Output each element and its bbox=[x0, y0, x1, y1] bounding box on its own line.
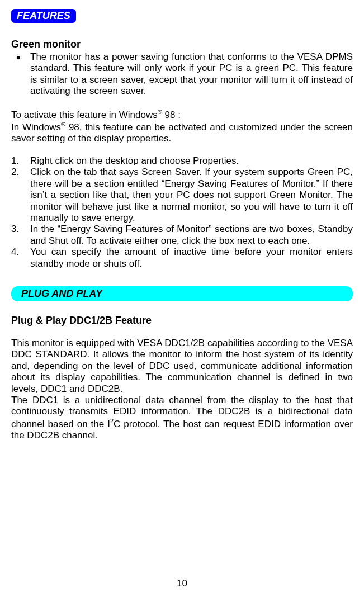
in-windows-pre: In Windows bbox=[11, 121, 61, 132]
list-number: 1. bbox=[11, 155, 30, 167]
page: FEATURES Green monitor The monitor has a… bbox=[0, 0, 364, 596]
green-monitor-heading: Green monitor bbox=[11, 39, 353, 50]
activate-line: To activate this feature in Windows® 98 … bbox=[11, 108, 353, 121]
page-number: 10 bbox=[0, 578, 364, 589]
bullet-icon bbox=[17, 56, 20, 59]
steps-list: 1. Right click on the desktop and choose… bbox=[11, 155, 353, 269]
list-item: 2. Click on the tab that says Screen Sav… bbox=[11, 167, 353, 224]
registered-mark-icon: ® bbox=[61, 121, 65, 127]
list-item: 3. In the “Energy Saving Features of Mon… bbox=[11, 224, 353, 247]
list-text: Right click on the desktop and choose Pr… bbox=[30, 155, 353, 167]
plug-play-heading: Plug & Play DDC1/2B Feature bbox=[11, 315, 353, 327]
list-number: 3. bbox=[11, 224, 30, 235]
plug-play-paragraph-1: This monitor is equipped with VESA DDC1/… bbox=[11, 338, 353, 395]
activate-line-post: 98 : bbox=[162, 109, 181, 120]
list-text: Click on the tab that says Screen Saver.… bbox=[30, 167, 353, 224]
list-text: You can specify the amount of inactive t… bbox=[30, 247, 353, 269]
green-monitor-bullet: The monitor has a power saving function … bbox=[11, 51, 353, 97]
list-item: 4. You can specify the amount of inactiv… bbox=[11, 247, 353, 269]
list-number: 2. bbox=[11, 167, 30, 178]
registered-mark-icon: ® bbox=[158, 108, 162, 115]
plug-play-paragraph-2: The DDC1 is a unidirectional data channe… bbox=[11, 395, 353, 441]
list-number: 4. bbox=[11, 247, 30, 258]
plug-and-play-badge: PLUG AND PLAY bbox=[11, 286, 353, 301]
list-item: 1. Right click on the desktop and choose… bbox=[11, 155, 353, 167]
in-windows-line: In Windows® 98, this feature can be acti… bbox=[11, 121, 353, 144]
green-monitor-bullet-text: The monitor has a power saving function … bbox=[30, 51, 353, 97]
features-badge: FEATURES bbox=[11, 9, 76, 23]
activate-line-pre: To activate this feature in Windows bbox=[11, 109, 158, 120]
list-text: In the “Energy Saving Features of Monito… bbox=[30, 224, 353, 247]
